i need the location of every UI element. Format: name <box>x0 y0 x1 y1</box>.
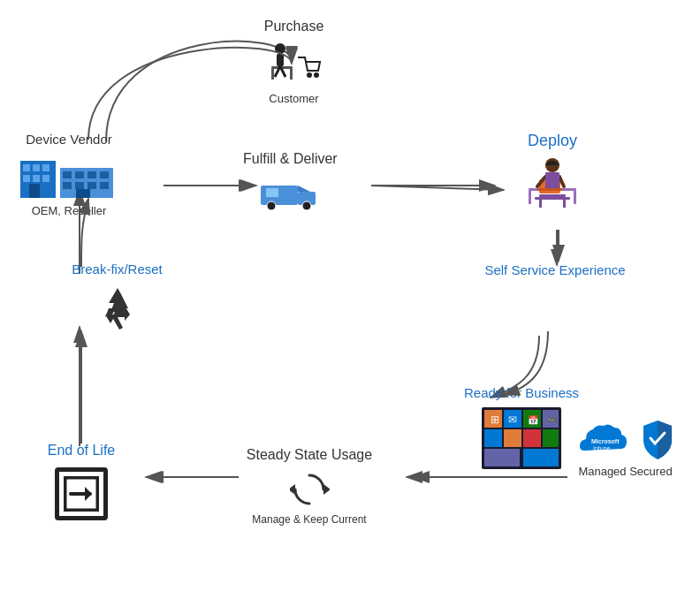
end-of-life-node: End of Life <box>19 442 143 524</box>
svg-rect-31 <box>63 182 72 189</box>
svg-rect-23 <box>33 175 40 182</box>
svg-marker-76 <box>323 484 330 495</box>
svg-rect-32 <box>75 182 84 189</box>
break-fix-node: Break-fix/Reset <box>44 261 190 340</box>
deploy-node: Deploy <box>521 131 583 216</box>
sync-icon <box>290 470 330 510</box>
svg-rect-35 <box>76 189 90 198</box>
svg-marker-80 <box>85 487 92 501</box>
svg-text:📅: 📅 <box>528 414 539 426</box>
svg-rect-12 <box>290 69 293 80</box>
exit-icon <box>55 467 108 520</box>
svg-rect-28 <box>75 171 84 178</box>
svg-rect-30 <box>100 171 109 178</box>
svg-rect-65 <box>504 429 521 447</box>
purchase-icon <box>261 40 327 88</box>
svg-text:Intune: Intune <box>593 445 611 451</box>
svg-rect-19 <box>23 164 30 171</box>
svg-rect-25 <box>29 184 40 198</box>
svg-rect-50 <box>529 191 531 204</box>
ready-icon: ⊞ ✉ 📅 🎮 <box>482 407 561 469</box>
svg-point-8 <box>275 43 285 54</box>
svg-rect-9 <box>277 54 284 66</box>
svg-rect-51 <box>574 191 576 204</box>
svg-point-39 <box>267 201 276 210</box>
svg-rect-24 <box>42 175 49 182</box>
svg-rect-29 <box>88 171 96 178</box>
svg-marker-38 <box>298 186 310 192</box>
svg-rect-11 <box>271 69 274 80</box>
svg-rect-22 <box>23 175 30 182</box>
svg-rect-27 <box>63 171 72 178</box>
purchase-node: Purchase Customer <box>261 18 327 107</box>
svg-rect-68 <box>484 449 520 466</box>
svg-marker-77 <box>290 484 295 495</box>
svg-text:⊞: ⊞ <box>491 413 499 426</box>
intune-icon: Microsoft Intune <box>575 415 633 461</box>
svg-rect-34 <box>100 182 109 189</box>
exit-arrow-icon <box>64 476 99 512</box>
svg-rect-20 <box>33 164 40 171</box>
svg-point-15 <box>307 72 312 78</box>
deploy-icon <box>521 155 583 212</box>
svg-text:✉: ✉ <box>508 413 517 426</box>
fulfill-node: Fulfill & Deliver <box>243 150 338 216</box>
self-service-node: Self Service Experience <box>484 261 626 279</box>
svg-rect-69 <box>523 449 559 466</box>
svg-text:Microsoft: Microsoft <box>591 438 620 444</box>
lifecycle-diagram: Purchase Customer <box>0 0 700 599</box>
svg-point-40 <box>302 201 311 210</box>
fulfill-icon <box>259 172 321 212</box>
svg-rect-53 <box>537 188 562 191</box>
svg-rect-66 <box>523 429 541 447</box>
recycle-icon <box>91 284 144 337</box>
svg-rect-21 <box>42 164 49 171</box>
svg-rect-33 <box>88 182 96 189</box>
device-vendor-node: Device Vendor <box>16 131 122 218</box>
defender-icon <box>640 419 675 461</box>
managed-secured-node: Microsoft Intune Managed Secured <box>557 415 694 480</box>
svg-rect-48 <box>535 197 570 200</box>
svg-rect-58 <box>545 172 559 188</box>
device-vendor-icon <box>16 152 122 201</box>
svg-rect-64 <box>484 429 502 447</box>
steady-state-node: Steady State Usage Manage & Keep Current <box>225 446 393 527</box>
svg-point-16 <box>314 72 319 78</box>
svg-rect-45 <box>539 194 566 197</box>
svg-rect-41 <box>266 188 278 197</box>
